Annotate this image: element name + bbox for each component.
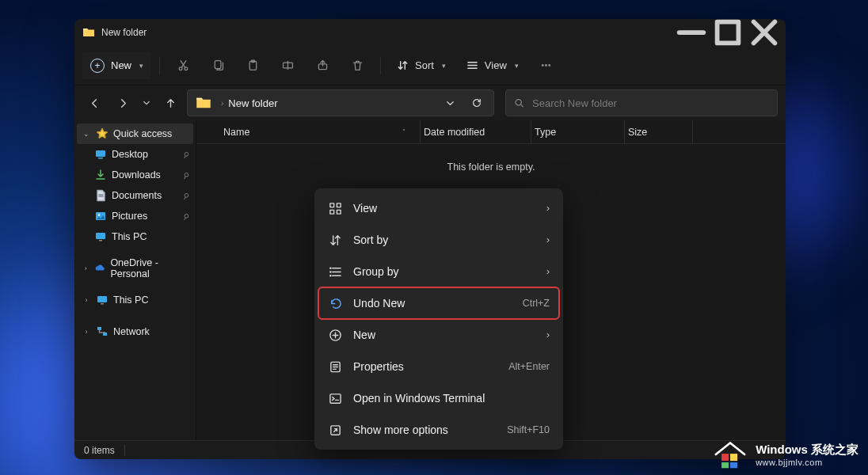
minimize-button[interactable] — [673, 19, 710, 46]
column-date[interactable]: Date modified — [420, 120, 531, 143]
sort-button[interactable]: Sort ▾ — [389, 52, 454, 79]
house-logo-icon — [713, 439, 748, 470]
maximize-button[interactable] — [710, 19, 746, 46]
copy-button[interactable] — [203, 51, 233, 81]
view-button[interactable]: View ▾ — [459, 52, 527, 79]
sidebar-item-network[interactable]: ›Network — [77, 321, 193, 342]
share-button[interactable] — [307, 51, 337, 81]
chevron-right-icon: › — [82, 328, 91, 336]
svg-rect-54 — [730, 454, 737, 461]
pin-icon: ⚲ — [181, 190, 191, 200]
pin-icon: ⚲ — [181, 169, 191, 180]
sidebar-item-thispc-quick[interactable]: This PC — [77, 226, 193, 247]
sidebar-item-downloads[interactable]: Downloads⚲ — [77, 165, 193, 185]
star-icon — [96, 127, 108, 140]
address-dropdown-button[interactable] — [436, 90, 463, 116]
grid-icon — [328, 201, 342, 215]
cut-button[interactable] — [168, 51, 198, 81]
svg-rect-8 — [215, 61, 221, 69]
new-button[interactable]: + New ▾ — [82, 52, 151, 79]
context-menu: View › Sort by › Group by › Undo New Ctr… — [314, 188, 563, 450]
forward-button[interactable] — [111, 91, 135, 115]
svg-point-18 — [546, 65, 547, 66]
svg-line-21 — [521, 104, 523, 106]
svg-rect-51 — [329, 393, 340, 402]
svg-rect-23 — [98, 158, 103, 159]
pin-icon: ⚲ — [181, 149, 191, 159]
sidebar-item-onedrive[interactable]: ›OneDrive - Personal — [77, 258, 193, 279]
undo-icon — [328, 296, 342, 310]
svg-rect-30 — [97, 296, 107, 302]
nav-row: › New folder — [74, 86, 786, 120]
svg-point-20 — [516, 100, 521, 105]
chevron-right-icon: › — [546, 234, 550, 245]
delete-button[interactable] — [342, 51, 372, 81]
svg-rect-53 — [721, 454, 729, 461]
svg-rect-56 — [730, 462, 737, 468]
back-button[interactable] — [82, 91, 106, 115]
svg-point-27 — [98, 214, 100, 215]
terminal-icon — [328, 391, 342, 405]
search-box[interactable] — [505, 89, 778, 116]
sidebar-item-thispc[interactable]: ›This PC — [77, 290, 193, 310]
item-count: 0 items — [84, 445, 115, 456]
chevron-right-icon: › — [546, 266, 550, 277]
sidebar-item-documents[interactable]: Documents⚲ — [77, 185, 193, 206]
svg-rect-22 — [96, 150, 105, 157]
monitor-icon — [96, 294, 108, 306]
svg-rect-1 — [718, 22, 739, 44]
breadcrumb[interactable]: New folder — [228, 97, 277, 109]
search-icon — [514, 97, 524, 108]
chevron-down-icon: ▾ — [139, 62, 143, 70]
sidebar-item-pictures[interactable]: Pictures⚲ — [77, 206, 193, 226]
ctx-group-by[interactable]: Group by › — [318, 256, 559, 287]
ctx-sort-by[interactable]: Sort by › — [318, 224, 559, 256]
ctx-view[interactable]: View › — [318, 192, 559, 224]
sort-icon — [328, 233, 342, 247]
chevron-right-icon: › — [82, 264, 89, 272]
ctx-undo-new[interactable]: Undo New Ctrl+Z — [318, 287, 559, 319]
svg-rect-35 — [337, 203, 341, 207]
properties-icon — [328, 359, 342, 374]
svg-point-17 — [542, 65, 544, 66]
column-type[interactable]: Type — [531, 120, 624, 143]
toolbar: + New ▾ Sort ▾ View ▾ — [74, 46, 786, 86]
search-input[interactable] — [532, 97, 769, 109]
expand-icon — [328, 423, 342, 437]
address-bar[interactable]: › New folder — [187, 89, 494, 116]
sidebar-item-desktop[interactable]: Desktop⚲ — [77, 144, 193, 165]
chevron-right-icon: › — [546, 203, 550, 214]
close-button[interactable] — [746, 19, 782, 46]
document-icon — [94, 189, 107, 202]
shortcut-label: Shift+F10 — [507, 424, 550, 435]
chevron-down-icon: ▾ — [442, 62, 446, 70]
svg-rect-37 — [337, 210, 341, 214]
window-title: New folder — [101, 27, 147, 38]
column-name[interactable]: Name˄ — [220, 120, 420, 143]
group-icon — [328, 264, 342, 279]
ctx-properties[interactable]: Properties Alt+Enter — [318, 351, 559, 382]
monitor-icon — [94, 230, 107, 243]
watermark: Windows 系统之家 www.bjjmlv.com — [713, 439, 858, 470]
folder-icon — [196, 95, 211, 111]
more-button[interactable] — [531, 51, 562, 81]
sidebar: ⌄ Quick access Desktop⚲ Downloads⚲ Docum… — [74, 120, 196, 440]
cloud-icon — [94, 262, 105, 275]
ctx-new[interactable]: New › — [318, 319, 559, 351]
pin-icon: ⚲ — [181, 211, 191, 221]
recent-button[interactable] — [139, 91, 154, 115]
up-button[interactable] — [158, 91, 182, 115]
svg-point-41 — [329, 268, 330, 268]
ctx-show-more[interactable]: Show more options Shift+F10 — [318, 414, 559, 446]
paste-button[interactable] — [238, 51, 268, 81]
column-size[interactable]: Size — [624, 120, 692, 143]
ctx-terminal[interactable]: Open in Windows Terminal — [318, 382, 559, 414]
refresh-button[interactable] — [463, 90, 490, 116]
rename-button[interactable] — [272, 51, 303, 81]
sidebar-quick-access[interactable]: ⌄ Quick access — [77, 124, 193, 144]
plus-icon: + — [90, 59, 105, 73]
svg-rect-36 — [329, 210, 333, 214]
chevron-down-icon: ⌄ — [82, 130, 91, 138]
svg-point-42 — [329, 271, 330, 272]
download-icon — [94, 169, 107, 181]
